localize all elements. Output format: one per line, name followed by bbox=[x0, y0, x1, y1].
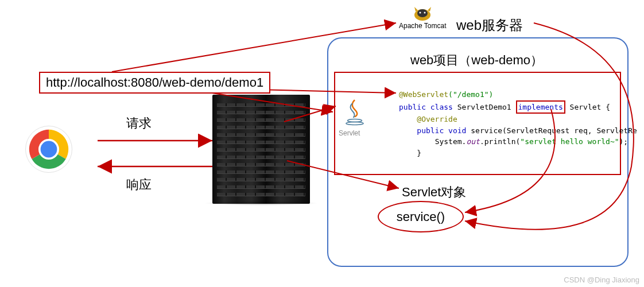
web-server-label: web服务器 bbox=[456, 16, 523, 34]
servlet-object-label: Servlet对象 bbox=[402, 184, 466, 201]
chrome-icon bbox=[23, 123, 75, 175]
server-shadow bbox=[204, 201, 319, 205]
svg-point-5 bbox=[419, 12, 421, 14]
code-block: @WebServlet("/demo1") public class Servl… bbox=[399, 89, 637, 158]
request-label: 请求 bbox=[126, 115, 152, 132]
servlet-logo-label: Servlet bbox=[339, 129, 360, 137]
implements-highlight: implements bbox=[516, 100, 565, 114]
server-icon bbox=[212, 95, 310, 204]
svg-point-6 bbox=[424, 12, 425, 14]
url-box: http://localhost:8080/web-demo/demo1 bbox=[39, 72, 270, 94]
response-label: 响应 bbox=[126, 176, 152, 193]
service-label: service() bbox=[397, 210, 445, 224]
url-text: http://localhost:8080/web-demo/demo1 bbox=[46, 75, 263, 90]
service-method-ellipse: service() bbox=[378, 201, 464, 232]
svg-point-4 bbox=[417, 9, 428, 17]
svg-point-8 bbox=[346, 122, 363, 125]
tomcat-logo: Apache Tomcat bbox=[399, 5, 447, 30]
web-project-label: web项目（web-demo） bbox=[410, 52, 543, 69]
watermark: CSDN @Ding Jiaxiong bbox=[564, 276, 639, 284]
tomcat-label: Apache Tomcat bbox=[399, 22, 447, 30]
